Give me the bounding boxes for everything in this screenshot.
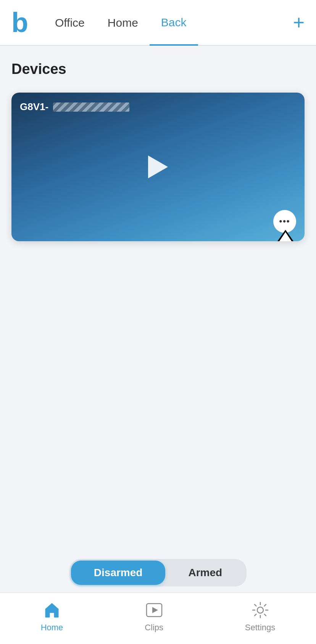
section-title: Devices <box>11 61 305 77</box>
nav-home-label: Home <box>41 623 63 633</box>
svg-marker-2 <box>152 607 158 613</box>
add-button[interactable]: + <box>293 13 305 32</box>
video-card[interactable]: G8V1- ••• <box>11 93 305 241</box>
nav-tabs: Office Home Back <box>44 0 293 45</box>
device-label: G8V1- <box>20 101 129 113</box>
security-toggle-container: Disarmed Armed <box>0 551 316 593</box>
settings-icon <box>251 601 270 620</box>
play-button[interactable] <box>148 155 168 178</box>
nav-item-home[interactable]: Home <box>41 601 63 633</box>
header: b Office Home Back + <box>0 0 316 46</box>
svg-point-3 <box>257 607 263 613</box>
disarmed-button[interactable]: Disarmed <box>71 561 166 585</box>
security-toggle-group: Disarmed Armed <box>69 559 247 586</box>
clips-icon <box>145 601 164 620</box>
app-logo: b <box>11 9 28 36</box>
redacted-bar <box>53 103 129 112</box>
tab-home[interactable]: Home <box>96 1 150 46</box>
bottom-section: Disarmed Armed Home Clips <box>0 551 316 644</box>
cursor-arrow <box>275 230 296 241</box>
more-options-button[interactable]: ••• <box>273 210 296 233</box>
svg-rect-0 <box>50 613 54 618</box>
page-content: Devices G8V1- ••• <box>0 46 316 256</box>
nav-item-clips[interactable]: Clips <box>145 601 164 633</box>
tab-back[interactable]: Back <box>150 1 198 46</box>
nav-clips-label: Clips <box>145 623 163 633</box>
nav-item-settings[interactable]: Settings <box>245 601 276 633</box>
bottom-nav: Home Clips Settings <box>0 593 316 644</box>
home-icon <box>42 601 61 620</box>
nav-settings-label: Settings <box>245 623 276 633</box>
arrow-head <box>275 230 296 241</box>
tab-office[interactable]: Office <box>44 1 96 46</box>
armed-button[interactable]: Armed <box>165 561 245 585</box>
